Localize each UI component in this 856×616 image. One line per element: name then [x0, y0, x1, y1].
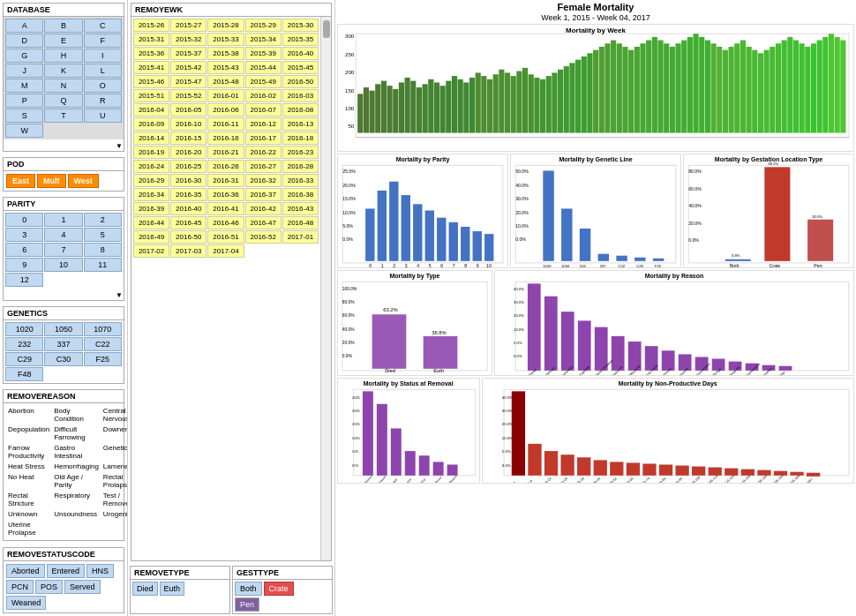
status-btn-served[interactable]: Served [64, 580, 101, 594]
status-btn-pcn[interactable]: PCN [6, 580, 34, 594]
crate-button[interactable]: Crate [264, 582, 294, 596]
genetics-cell-1070[interactable]: 1070 [84, 322, 122, 336]
parity-cell-8[interactable]: 8 [84, 243, 122, 257]
week-cell[interactable]: 2016-44 [133, 216, 169, 229]
week-cell[interactable]: 2016-24 [133, 160, 169, 173]
week-cell[interactable]: 2016-10 [170, 117, 206, 131]
week-cell[interactable]: 2016-11 [207, 117, 244, 131]
reason-item[interactable]: Central Nervous [101, 406, 128, 424]
week-cell[interactable]: 2017-02 [133, 244, 169, 258]
db-cell-u[interactable]: U [84, 109, 122, 123]
week-cell[interactable]: 2016-23 [282, 146, 319, 159]
reason-item[interactable]: Downer [101, 424, 128, 442]
week-cell[interactable]: 2016-12 [245, 117, 282, 131]
reason-item[interactable]: Unsoundness [52, 509, 101, 519]
reason-item[interactable]: Lameness [101, 462, 128, 471]
parity-cell-1[interactable]: 1 [44, 213, 82, 227]
died-button[interactable]: Died [132, 582, 158, 596]
db-cell-n[interactable]: N [44, 79, 82, 93]
week-cell[interactable]: 2015-46 [133, 75, 169, 88]
week-cell[interactable]: 2016-18 [282, 131, 319, 145]
genetics-cell-337[interactable]: 337 [44, 337, 82, 351]
status-btn-hns[interactable]: HNS [86, 564, 114, 578]
week-cell[interactable]: 2016-37 [245, 188, 282, 201]
db-cell-r[interactable]: R [84, 94, 122, 108]
week-cell[interactable]: 2015-29 [245, 19, 282, 32]
week-cell[interactable]: 2016-40 [282, 47, 319, 60]
week-cell[interactable]: 2015-32 [170, 33, 206, 46]
week-cell[interactable]: 2016-48 [282, 216, 319, 229]
week-cell[interactable]: 2016-01 [207, 89, 244, 102]
reason-item[interactable]: Urogenital [101, 509, 128, 519]
week-cell[interactable]: 2016-16 [207, 131, 244, 145]
week-cell[interactable]: 2016-51 [207, 230, 244, 244]
week-cell[interactable]: 2015-39 [245, 47, 282, 60]
parity-cell-5[interactable]: 5 [84, 228, 122, 242]
parity-cell-7[interactable]: 7 [44, 243, 82, 257]
parity-scroll[interactable]: ▼ [116, 291, 123, 299]
week-cell[interactable]: 2015-48 [207, 75, 244, 88]
week-cell[interactable]: 2016-28 [282, 160, 319, 173]
db-cell-l[interactable]: L [84, 64, 122, 78]
db-cell-h[interactable]: H [44, 49, 82, 63]
week-cell[interactable]: 2015-30 [282, 19, 319, 32]
week-cell[interactable]: 2016-02 [245, 89, 282, 102]
week-cell[interactable]: 2016-15 [170, 131, 206, 145]
reason-item[interactable]: Uterine Prolapse [6, 520, 51, 537]
genetics-cell-232[interactable]: 232 [5, 337, 43, 351]
parity-cell-6[interactable]: 6 [5, 243, 43, 257]
week-cell[interactable]: 2015-37 [170, 47, 206, 60]
parity-cell-10[interactable]: 10 [44, 258, 82, 272]
status-btn-weaned[interactable]: Weaned [6, 596, 46, 610]
week-cell[interactable]: 2015-45 [282, 61, 319, 74]
reason-item[interactable]: Respiratory [52, 491, 101, 508]
week-cell[interactable]: 2016-35 [170, 188, 206, 201]
week-cell[interactable]: 2016-17 [245, 131, 282, 145]
reason-item[interactable]: Depopulation [6, 424, 51, 442]
db-cell-j[interactable]: J [5, 64, 43, 78]
week-cell[interactable]: 2015-38 [207, 47, 244, 60]
week-cell[interactable]: 2015-35 [282, 33, 319, 46]
week-cell[interactable]: 2016-50 [170, 230, 206, 244]
reason-item[interactable]: Old Age / Parity [52, 472, 101, 490]
week-cell[interactable]: 2015-44 [245, 61, 282, 74]
reason-item[interactable]: Abortion [6, 406, 51, 424]
week-cell[interactable]: 2016-50 [282, 75, 319, 88]
db-cell-e[interactable]: E [44, 34, 82, 48]
week-cell[interactable]: 2016-14 [133, 131, 169, 145]
week-cell[interactable]: 2016-26 [207, 160, 244, 173]
status-btn-aborted[interactable]: Aborted [6, 564, 45, 578]
week-cell[interactable]: 2015-43 [207, 61, 244, 74]
week-cell[interactable]: 2017-03 [170, 244, 206, 258]
reason-item[interactable]: Hemorrhaging [52, 462, 101, 471]
week-cell[interactable]: 2016-52 [245, 230, 282, 244]
week-cell[interactable]: 2016-08 [282, 103, 319, 116]
reason-item[interactable]: No Heat [6, 472, 51, 490]
week-grid-container[interactable]: 2015-262015-272015-282015-292015-302015-… [131, 17, 320, 560]
week-cell[interactable]: 2016-39 [133, 202, 169, 215]
week-cell[interactable]: 2016-06 [207, 103, 244, 116]
week-cell[interactable]: 2016-07 [245, 103, 282, 116]
reason-item[interactable]: Test / Remove [101, 491, 128, 508]
week-cell[interactable]: 2015-49 [245, 75, 282, 88]
parity-cell-2[interactable]: 2 [84, 213, 122, 227]
week-cell[interactable]: 2016-22 [245, 146, 282, 159]
week-cell[interactable]: 2016-45 [170, 216, 206, 229]
pen-button[interactable]: Pen [235, 597, 259, 612]
week-cell[interactable]: 2015-52 [170, 89, 206, 102]
week-cell[interactable]: 2016-29 [133, 174, 169, 187]
week-cell[interactable]: 2016-43 [282, 202, 319, 215]
parity-cell-12[interactable]: 12 [5, 273, 43, 287]
week-cell[interactable]: 2016-33 [282, 174, 319, 187]
parity-cell-0[interactable]: 0 [5, 213, 43, 227]
week-cell[interactable]: 2016-03 [282, 89, 319, 102]
week-cell[interactable]: 2017-04 [207, 244, 244, 258]
pod-west-button[interactable]: West [68, 174, 99, 188]
week-cell[interactable]: 2016-32 [245, 174, 282, 187]
week-cell[interactable]: 2015-47 [170, 75, 206, 88]
genetics-cell-1050[interactable]: 1050 [44, 322, 82, 336]
week-cell[interactable]: 2015-36 [133, 47, 169, 60]
week-cell[interactable]: 2016-25 [170, 160, 206, 173]
week-cell[interactable]: 2015-31 [133, 33, 169, 46]
reason-item[interactable]: Unknown [6, 509, 51, 519]
